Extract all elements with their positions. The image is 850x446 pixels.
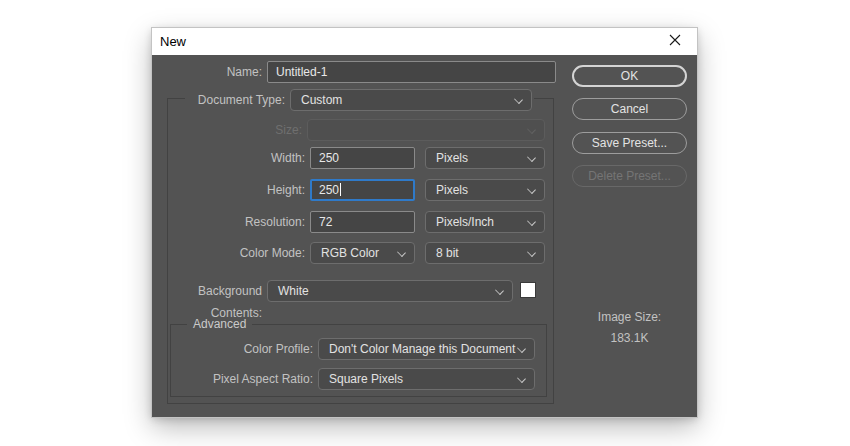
chevron-down-icon	[527, 185, 536, 194]
height-input[interactable]: 250	[310, 179, 415, 201]
resolution-input[interactable]: 72	[310, 211, 415, 233]
name-input-value: Untitled-1	[276, 65, 327, 79]
background-contents-dropdown[interactable]: White	[267, 280, 513, 302]
ok-button[interactable]: OK	[572, 65, 687, 87]
chevron-down-icon	[527, 248, 536, 257]
titlebar[interactable]: New	[152, 28, 697, 55]
background-color-swatch	[520, 282, 536, 298]
document-type-row: Document Type: Custom	[185, 89, 534, 111]
delete-preset-button: Delete Preset...	[572, 165, 687, 187]
document-type-dropdown[interactable]: Custom	[290, 89, 532, 111]
chevron-down-icon	[495, 286, 504, 295]
chevron-down-icon	[527, 125, 536, 134]
resolution-input-value: 72	[319, 215, 332, 229]
color-profile-dropdown[interactable]: Don't Color Manage this Document	[318, 338, 535, 360]
height-unit-value: Pixels	[436, 183, 468, 197]
chevron-down-icon	[517, 344, 526, 353]
size-label: Size:	[152, 119, 302, 141]
width-input-value: 250	[319, 151, 339, 165]
dialog-body: Name: Untitled-1 Document Type: Custom S…	[152, 55, 697, 417]
color-profile-label: Color Profile:	[152, 338, 313, 360]
name-input[interactable]: Untitled-1	[267, 61, 556, 83]
chevron-down-icon	[527, 153, 536, 162]
text-cursor	[340, 183, 341, 196]
color-mode-label: Color Mode:	[152, 242, 305, 264]
document-type-value: Custom	[301, 93, 342, 107]
width-unit-value: Pixels	[436, 151, 468, 165]
close-icon	[669, 34, 681, 49]
background-contents-label: Background Contents:	[152, 280, 262, 302]
advanced-section-label: Advanced	[187, 317, 252, 331]
window-title: New	[160, 28, 186, 55]
color-mode-dropdown[interactable]: RGB Color	[310, 242, 415, 264]
cancel-button[interactable]: Cancel	[572, 98, 687, 120]
new-document-dialog: New Name: Untitled-1 Document Type:	[152, 28, 697, 417]
resolution-unit-dropdown[interactable]: Pixels/Inch	[425, 211, 545, 233]
resolution-unit-value: Pixels/Inch	[436, 215, 494, 229]
desktop-background: New Name: Untitled-1 Document Type:	[0, 0, 850, 446]
resolution-label: Resolution:	[152, 211, 305, 233]
pixel-aspect-ratio-value: Square Pixels	[329, 372, 403, 386]
save-preset-button[interactable]: Save Preset...	[572, 132, 687, 154]
close-button[interactable]	[652, 28, 697, 55]
color-mode-value: RGB Color	[321, 246, 379, 260]
height-input-value: 250	[319, 183, 339, 197]
pixel-aspect-ratio-dropdown[interactable]: Square Pixels	[318, 368, 535, 390]
image-size-value: 183.1K	[572, 331, 687, 345]
name-label: Name:	[152, 61, 262, 83]
width-label: Width:	[152, 147, 305, 169]
height-label: Height:	[152, 179, 305, 201]
width-input[interactable]: 250	[310, 147, 415, 169]
chevron-down-icon	[527, 217, 536, 226]
chevron-down-icon	[517, 374, 526, 383]
pixel-aspect-ratio-label: Pixel Aspect Ratio:	[152, 368, 313, 390]
document-type-label: Document Type:	[185, 89, 285, 111]
bit-depth-dropdown[interactable]: 8 bit	[425, 242, 545, 264]
bit-depth-value: 8 bit	[436, 246, 459, 260]
chevron-down-icon	[397, 248, 406, 257]
color-profile-value: Don't Color Manage this Document	[329, 342, 515, 356]
background-contents-value: White	[278, 284, 309, 298]
height-unit-dropdown[interactable]: Pixels	[425, 179, 545, 201]
chevron-down-icon	[514, 95, 523, 104]
size-dropdown	[307, 119, 545, 141]
image-size-label: Image Size:	[572, 310, 687, 324]
width-unit-dropdown[interactable]: Pixels	[425, 147, 545, 169]
